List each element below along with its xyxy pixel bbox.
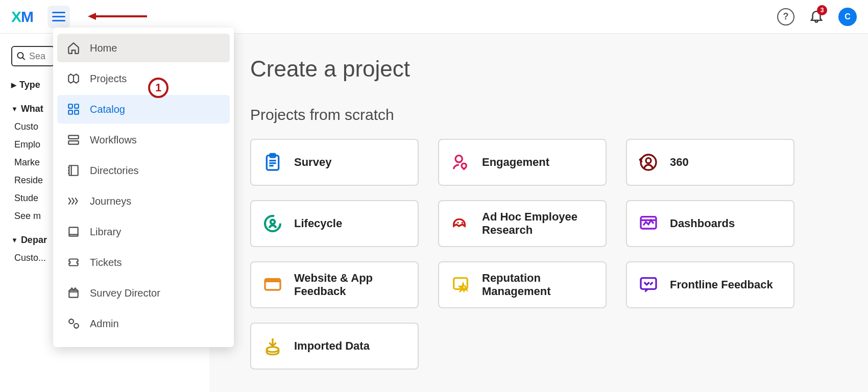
catalog-icon [66,103,81,116]
card-frontline-feedback[interactable]: Frontline Feedback [626,261,794,308]
card-imported-data[interactable]: Imported Data [250,323,419,370]
svg-rect-36 [69,290,78,298]
logo-x: X [11,8,21,26]
menu-label: Directories [90,165,139,177]
search-input-wrap[interactable] [11,46,55,66]
dashboards-icon [638,213,659,234]
card-adhoc-research[interactable]: Ad Hoc Employee Research [438,200,607,247]
section-title: Projects from scratch [250,106,837,124]
card-label: Frontline Feedback [670,278,773,291]
card-engagement[interactable]: Engagement [438,139,607,186]
card-label: Imported Data [294,339,370,353]
menu-item-journeys[interactable]: Journeys [57,187,230,215]
filter-group-label: Type [19,80,40,90]
main-panel: Create a project Projects from scratch S… [220,34,868,392]
card-label: Engagement [482,156,549,169]
survey-icon [262,152,283,173]
chevron-down-icon: ▼ [11,105,18,113]
main-nav-menu: Home Projects Catalog Workflows Director… [53,28,234,347]
adhoc-icon [450,213,471,234]
360-icon [638,152,659,173]
filter-group-label: What [21,104,43,114]
svg-rect-27 [68,135,79,139]
menu-item-directories[interactable]: Directories [57,156,230,185]
menu-item-admin[interactable]: Admin [57,309,230,338]
svg-point-14 [457,222,459,224]
menu-item-library[interactable]: Library [57,217,230,246]
menu-label: Library [90,226,121,238]
svg-rect-24 [75,104,79,108]
website-feedback-icon [262,275,283,295]
svg-point-9 [455,156,462,162]
tickets-icon [66,256,81,269]
journeys-icon [66,194,81,208]
engagement-icon [450,152,471,173]
svg-point-38 [74,324,79,328]
library-icon [66,225,81,238]
annotation-arrow [87,11,148,21]
menu-item-workflows[interactable]: Workflows [57,126,230,154]
card-label: Ad Hoc Employee Research [482,210,594,237]
lifecycle-icon [262,213,283,234]
filter-group-label: Depar [21,235,47,246]
menu-label: Workflows [90,134,137,146]
card-reputation[interactable]: Reputation Management [438,261,607,308]
search-input[interactable] [29,51,50,62]
projects-icon [66,72,81,85]
search-icon [16,51,26,62]
admin-icon [66,317,81,330]
card-lifecycle[interactable]: Lifecycle [250,200,419,247]
card-label: Lifecycle [294,217,342,230]
svg-marker-1 [88,13,96,20]
svg-point-11 [646,158,651,163]
logo-m: M [21,8,33,26]
header-actions: ? 3 C [777,8,857,26]
menu-item-catalog[interactable]: Catalog [57,95,230,124]
workflows-icon [66,133,81,146]
menu-label: Admin [90,318,119,330]
svg-point-37 [69,319,74,324]
notifications-button[interactable]: 3 [809,8,824,26]
card-label: 360 [670,156,689,169]
card-website-feedback[interactable]: Website & App Feedback [250,261,419,308]
card-survey[interactable]: Survey [250,139,419,186]
imported-data-icon [262,336,283,356]
menu-label: Tickets [90,257,122,268]
chevron-down-icon: ▼ [11,236,18,244]
svg-point-2 [17,53,23,58]
page-title: Create a project [250,56,837,82]
card-360[interactable]: 360 [626,139,794,186]
menu-item-home[interactable]: Home [57,34,230,62]
card-label: Website & App Feedback [294,272,406,299]
menu-label: Survey Director [90,287,160,299]
menu-label: Projects [90,73,127,85]
survey-director-icon [66,286,81,300]
main-menu-button[interactable] [47,6,70,28]
avatar[interactable]: C [838,8,857,26]
reputation-icon [450,275,471,295]
svg-rect-28 [68,141,79,144]
menu-item-tickets[interactable]: Tickets [57,248,230,277]
svg-rect-29 [69,165,78,176]
logo: XM [11,8,33,26]
svg-rect-19 [265,279,280,282]
svg-rect-26 [75,110,79,114]
card-label: Reputation Management [482,272,594,299]
svg-rect-23 [68,104,73,108]
frontline-icon [638,275,659,295]
card-grid: Survey Engagement 360 Lifecycle [250,139,837,370]
svg-rect-25 [68,110,73,114]
home-icon [66,41,81,55]
svg-line-3 [22,57,25,60]
card-label: Dashboards [670,217,735,230]
help-button[interactable]: ? [777,8,794,26]
svg-point-22 [267,347,278,352]
menu-item-survey-director[interactable]: Survey Director [57,279,230,307]
menu-item-projects[interactable]: Projects [57,64,230,93]
menu-label: Home [90,42,117,54]
svg-point-15 [462,222,463,224]
svg-point-13 [271,220,275,224]
menu-label: Catalog [90,104,125,115]
card-dashboards[interactable]: Dashboards [626,200,794,247]
menu-label: Journeys [90,195,131,207]
